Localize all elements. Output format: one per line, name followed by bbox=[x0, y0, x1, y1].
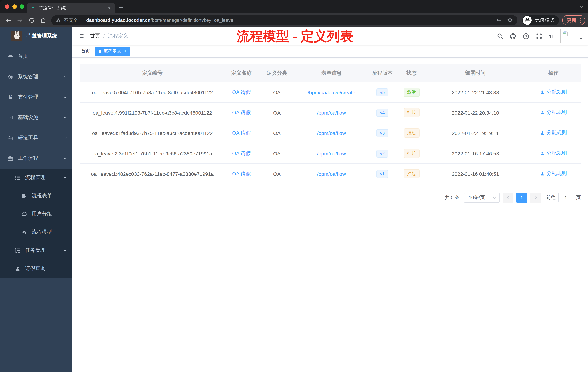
page-content: 定义编号定义名称定义分类表单信息流程版本状态部署时间操作 oa_leave:5:… bbox=[72, 57, 588, 210]
address-bar[interactable]: 不安全 dashboard.yudao.iocoder.cn/bpm/manag… bbox=[51, 15, 517, 25]
browser-update-button[interactable]: 更新 bbox=[562, 15, 585, 25]
status-badge: 挂起 bbox=[403, 149, 420, 158]
form-link[interactable]: /bpm/oa/leave/create bbox=[308, 89, 355, 95]
version-badge: v4 bbox=[376, 109, 388, 117]
tag-process-definition[interactable]: 流程定义 ✕ bbox=[95, 46, 130, 56]
sidebar-item-workflow[interactable]: 工作流程 bbox=[0, 148, 72, 169]
definition-name-link[interactable]: OA 请假 bbox=[232, 130, 251, 136]
assign-rule-link[interactable]: 分配规则 bbox=[540, 150, 567, 157]
definition-id: oa_leave:3:1fad3d93-7b75-11ec-a3c8-acde4… bbox=[92, 130, 213, 136]
chevron-down-icon bbox=[63, 95, 67, 99]
chevron-down-icon bbox=[63, 248, 67, 253]
browser-tab[interactable]: 芋道管理系统 ✕ bbox=[27, 2, 115, 13]
column-header: 操作 bbox=[526, 65, 581, 82]
sidebar-item-task-mgmt[interactable]: 任务管理 bbox=[0, 241, 72, 260]
column-header: 部署时间 bbox=[425, 65, 526, 82]
prev-page-button[interactable] bbox=[503, 193, 514, 203]
definition-name-link[interactable]: OA 请假 bbox=[232, 171, 251, 176]
chevron-up-icon bbox=[63, 175, 67, 180]
tree-icon bbox=[15, 247, 21, 253]
chevron-down-icon bbox=[63, 115, 67, 120]
window-minimize-button[interactable] bbox=[12, 4, 17, 9]
assign-rule-link[interactable]: 分配规则 bbox=[540, 130, 567, 136]
active-dot bbox=[99, 50, 101, 53]
caret-down-icon[interactable] bbox=[579, 37, 583, 41]
table-row: oa_leave:4:991f2193-7b7f-11ec-a3c8-acde4… bbox=[80, 102, 581, 123]
assign-rule-link[interactable]: 分配规则 bbox=[540, 171, 567, 177]
next-page-button[interactable] bbox=[530, 193, 541, 203]
reload-icon[interactable] bbox=[28, 17, 35, 23]
password-key-icon[interactable] bbox=[496, 17, 502, 23]
sidebar-item-infra[interactable]: 基础设施 bbox=[0, 107, 72, 128]
incognito-icon bbox=[523, 16, 532, 25]
sidebar-item-label: 用户分组 bbox=[32, 211, 52, 217]
goto-page-input[interactable] bbox=[558, 193, 573, 202]
sidebar-item-process-form[interactable]: 流程表单 bbox=[0, 187, 72, 205]
monitor-icon bbox=[7, 114, 13, 121]
sidebar-item-devtools[interactable]: 研发工具 bbox=[0, 128, 72, 148]
definition-name-link[interactable]: OA 请假 bbox=[232, 150, 251, 156]
assign-rule-link[interactable]: 分配规则 bbox=[540, 89, 567, 96]
tag-home[interactable]: 首页 bbox=[78, 46, 93, 56]
sidebar-item-process-model[interactable]: 流程模型 bbox=[0, 223, 72, 241]
sidebar-item-process-mgmt[interactable]: 流程管理 bbox=[0, 169, 72, 187]
sidebar-item-payment[interactable]: ¥支付管理 bbox=[0, 87, 72, 107]
app-title: 芋道管理系统 bbox=[27, 33, 57, 39]
deploy-time: 2022-01-22 20:34:10 bbox=[452, 110, 499, 116]
page-number-button[interactable]: 1 bbox=[516, 193, 527, 203]
incognito-badge: 无痕模式 bbox=[522, 15, 559, 25]
url-domain: dashboard.yudao.iocoder.cn bbox=[86, 17, 151, 23]
form-link[interactable]: /bpm/oa/flow bbox=[317, 110, 346, 116]
tag-close-icon[interactable]: ✕ bbox=[124, 49, 127, 54]
sidebar-item-leave-query[interactable]: 请假查询 bbox=[0, 260, 72, 278]
window-close-button[interactable] bbox=[5, 4, 10, 9]
browser-menu-icon[interactable] bbox=[579, 18, 583, 23]
deploy-time: 2022-01-16 01:40:51 bbox=[452, 171, 499, 177]
fullscreen-icon[interactable] bbox=[536, 33, 543, 40]
home-icon[interactable] bbox=[40, 17, 47, 23]
forward-icon[interactable] bbox=[17, 17, 23, 23]
help-icon[interactable] bbox=[523, 33, 530, 40]
bookmark-star-icon[interactable] bbox=[507, 17, 513, 23]
tab-close-icon[interactable]: ✕ bbox=[107, 6, 111, 10]
definition-category: OA bbox=[273, 130, 281, 136]
search-icon[interactable] bbox=[497, 33, 504, 39]
assign-rule-link[interactable]: 分配规则 bbox=[540, 109, 567, 116]
page-annotation: 流程模型 - 定义列表 bbox=[237, 30, 353, 43]
back-icon[interactable] bbox=[5, 17, 12, 23]
sidebar: 芋道管理系统 首页系统管理¥支付管理基础设施研发工具工作流程 流程管理流程表单用… bbox=[0, 27, 72, 372]
user-avatar[interactable] bbox=[560, 29, 575, 43]
breadcrumb-separator: / bbox=[103, 33, 105, 39]
table-body: oa_leave:5:004b710b-7b8a-11ec-8ef0-acde4… bbox=[80, 82, 581, 184]
sidebar-item-system[interactable]: 系统管理 bbox=[0, 67, 72, 87]
user-icon bbox=[15, 265, 21, 272]
workflow-submenu: 流程管理流程表单用户分组流程模型任务管理请假查询 bbox=[0, 169, 72, 278]
sidebar-item-label: 支付管理 bbox=[18, 94, 38, 100]
browser-tabstrip: 芋道管理系统 ✕ + bbox=[0, 0, 588, 13]
new-tab-button[interactable]: + bbox=[119, 3, 123, 12]
sidebar-item-user-group[interactable]: 用户分组 bbox=[0, 205, 72, 223]
person-icon bbox=[540, 131, 545, 135]
definition-name-link[interactable]: OA 请假 bbox=[232, 89, 251, 95]
toolbox-icon bbox=[7, 135, 13, 141]
definition-id: oa_leave:2:3c1f0ef1-76b1-11ec-9c66-a2380… bbox=[93, 151, 212, 156]
window-zoom-button[interactable] bbox=[20, 4, 24, 9]
page-suffix-label: 页 bbox=[576, 194, 581, 201]
pagination: 共 5 条 10条/页 1 前往 bbox=[80, 193, 581, 203]
github-icon[interactable] bbox=[510, 33, 516, 40]
security-label[interactable]: 不安全 bbox=[64, 17, 78, 23]
breadcrumb-home[interactable]: 首页 bbox=[90, 33, 100, 39]
font-size-icon[interactable]: тT bbox=[549, 33, 554, 39]
tab-search-icon[interactable] bbox=[579, 5, 584, 9]
definition-name-link[interactable]: OA 请假 bbox=[232, 109, 251, 115]
form-link[interactable]: /bpm/oa/flow bbox=[317, 171, 346, 177]
sidebar-item-home[interactable]: 首页 bbox=[0, 46, 72, 67]
form-link[interactable]: /bpm/oa/flow bbox=[317, 130, 346, 136]
sidebar-menu: 首页系统管理¥支付管理基础设施研发工具工作流程 bbox=[0, 46, 72, 169]
page-size-select[interactable]: 10条/页 bbox=[464, 193, 500, 203]
sidebar-logo[interactable]: 芋道管理系统 bbox=[0, 27, 72, 45]
form-link[interactable]: /bpm/oa/flow bbox=[317, 151, 346, 156]
app-logo-avatar bbox=[11, 31, 22, 42]
definition-category: OA bbox=[273, 110, 281, 116]
hamburger-icon[interactable] bbox=[72, 33, 90, 39]
